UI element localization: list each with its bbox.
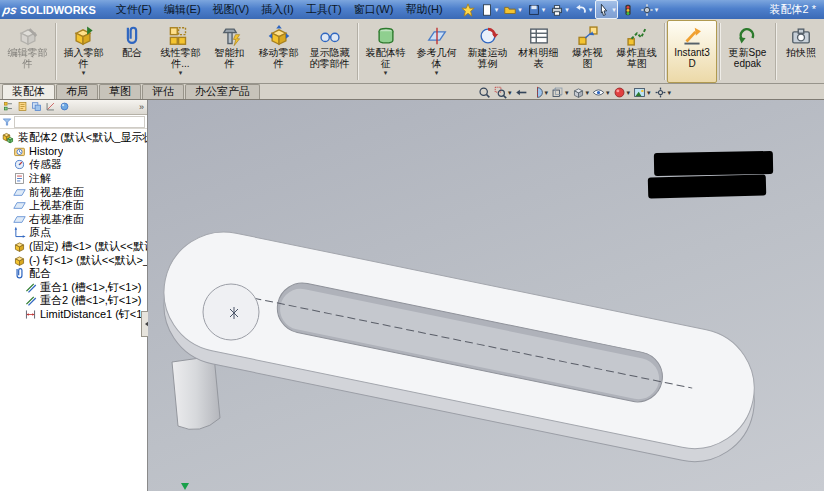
previous-view-button[interactable] <box>515 86 528 99</box>
model-pin-cylinder[interactable] <box>172 356 220 430</box>
graphics-area[interactable] <box>148 100 824 491</box>
dropdown-arrow-icon[interactable]: ▾ <box>179 69 183 76</box>
featuremanager-tab-icon <box>3 101 14 112</box>
dropdown-arrow-icon[interactable]: ▾ <box>384 69 388 76</box>
dropdown-arrow-icon[interactable]: ▾ <box>589 6 593 14</box>
view-settings-icon <box>654 86 667 99</box>
zoom-fit-button[interactable] <box>478 86 491 99</box>
propertymanager-tab[interactable] <box>17 101 28 114</box>
new-document-button[interactable]: ▾ <box>478 0 501 19</box>
tree-item[interactable]: 原点 <box>0 226 147 240</box>
tree-item[interactable]: 装配体2 (默认<默认_显示状态 <box>0 131 147 145</box>
display-style-button[interactable]: ▾ <box>572 86 590 99</box>
view-settings-button[interactable]: ▾ <box>654 86 672 99</box>
ribbon-bill-of-materials-button[interactable]: 材料明细表 <box>513 20 564 83</box>
ribbon-explode-line-sketch-button[interactable]: 爆炸直线草图 <box>611 20 662 83</box>
dropdown-arrow-icon[interactable]: ▾ <box>627 89 631 97</box>
ribbon-take-snapshot-button[interactable]: 拍快照 <box>778 20 824 83</box>
pin-button[interactable] <box>459 0 477 19</box>
dropdown-arrow-icon[interactable]: ▾ <box>82 69 86 76</box>
ribbon-smart-fasteners-button[interactable]: 智能扣件 <box>206 20 253 83</box>
tree-item[interactable]: 传感器 <box>0 158 147 172</box>
tree-item[interactable]: (固定) 槽<1> (默认<<默认 <box>0 240 147 254</box>
undo-button[interactable]: ▾ <box>572 0 595 19</box>
tree-item[interactable]: (-) 钉<1> (默认<<默认>_显 <box>0 253 147 267</box>
model-slotted-link[interactable] <box>153 221 765 459</box>
tree-item[interactable]: History <box>0 145 147 159</box>
dropdown-arrow-icon[interactable]: ▾ <box>508 89 512 97</box>
dropdown-arrow-icon[interactable]: ▾ <box>545 89 549 97</box>
tree-item-label: 配合 <box>29 267 51 281</box>
dropdown-arrow-icon[interactable]: ▾ <box>655 6 659 14</box>
ribbon-instant3d-button[interactable]: Instant3D <box>667 20 717 83</box>
options-button[interactable]: ▾ <box>638 0 661 19</box>
rebuild-button[interactable] <box>619 0 637 19</box>
ribbon-linear-component-pattern-button[interactable]: 线性零部件...▾ <box>155 20 206 83</box>
tab-0[interactable]: 装配体 <box>2 84 55 99</box>
dropdown-arrow-icon[interactable]: ▾ <box>565 89 569 97</box>
document-title: 装配体2 * <box>770 0 816 19</box>
view-orientation-button[interactable]: ▾ <box>551 86 569 99</box>
tree-item[interactable]: 上视基准面 <box>0 199 147 213</box>
ribbon-update-speedpak-button[interactable]: 更新Speedpak <box>722 20 773 83</box>
menu-item-0[interactable]: 文件(F) <box>110 0 158 19</box>
section-view-icon <box>531 86 544 99</box>
tree-item[interactable]: 重合1 (槽<1>,钉<1>) <box>0 281 147 295</box>
dropdown-arrow-icon[interactable]: ▾ <box>565 6 569 14</box>
dropdown-arrow-icon[interactable]: ▾ <box>606 89 610 97</box>
dropdown-arrow-icon[interactable]: ▾ <box>668 89 672 97</box>
menu-item-2[interactable]: 视图(V) <box>207 0 256 19</box>
ribbon-reference-geometry-button[interactable]: 参考几何体▾ <box>411 20 462 83</box>
ribbon-exploded-view-button[interactable]: 爆炸视图 <box>564 20 611 83</box>
dimxpertmanager-tab[interactable] <box>45 101 56 114</box>
print-button[interactable]: ▾ <box>548 0 571 19</box>
dropdown-arrow-icon[interactable]: ▾ <box>435 69 439 76</box>
tree-item[interactable]: 注解 <box>0 172 147 186</box>
select-button[interactable]: ▾ <box>595 0 618 19</box>
tab-2[interactable]: 草图 <box>99 84 141 99</box>
model-pin-top[interactable] <box>203 284 259 340</box>
tab-4[interactable]: 办公室产品 <box>185 84 260 99</box>
dropdown-arrow-icon[interactable]: ▾ <box>518 6 522 14</box>
ribbon-take-snapshot-label: 拍快照 <box>786 47 816 58</box>
tab-3[interactable]: 评估 <box>142 84 184 99</box>
tree-item[interactable]: 配合 <box>0 267 147 281</box>
dropdown-arrow-icon[interactable]: ▾ <box>647 89 651 97</box>
menu-item-1[interactable]: 编辑(E) <box>158 0 207 19</box>
tab-1[interactable]: 布局 <box>56 84 98 99</box>
ribbon-show-hidden-components-button[interactable]: 显示隐藏的零部件 <box>304 20 355 83</box>
tree-item[interactable]: 重合2 (槽<1>,钉<1>) <box>0 294 147 308</box>
menu-item-5[interactable]: 窗口(W) <box>348 0 400 19</box>
configurationmanager-tab[interactable] <box>31 101 42 114</box>
save-button[interactable]: ▾ <box>525 0 548 19</box>
section-view-button[interactable]: ▾ <box>531 86 549 99</box>
dropdown-arrow-icon[interactable]: ▾ <box>612 6 616 14</box>
ribbon-explode-line-sketch-label: 爆炸直线草图 <box>615 47 658 69</box>
featuremanager-tab[interactable] <box>3 101 14 114</box>
tree-item[interactable]: LimitDistance1 (钉<1> <box>0 308 147 322</box>
ribbon-mate-button[interactable]: 配合 <box>109 20 155 83</box>
edit-appearance-button[interactable]: ▾ <box>613 86 631 99</box>
manager-tabs-overflow[interactable]: » <box>139 102 144 112</box>
apply-scene-button[interactable]: ▾ <box>633 86 651 99</box>
dropdown-arrow-icon[interactable]: ▾ <box>542 6 546 14</box>
filter-funnel-icon[interactable] <box>2 117 12 127</box>
open-icon <box>503 3 517 17</box>
ribbon-new-motion-study-button[interactable]: 新建运动算例 <box>462 20 513 83</box>
dropdown-arrow-icon[interactable]: ▾ <box>495 6 499 14</box>
open-button[interactable]: ▾ <box>501 0 524 19</box>
ribbon-move-component-button[interactable]: 移动零部件 <box>253 20 304 83</box>
menu-item-4[interactable]: 工具(T) <box>300 0 348 19</box>
menu-item-3[interactable]: 插入(I) <box>255 0 299 19</box>
tree-filter-input[interactable] <box>14 116 145 128</box>
ribbon-assembly-features-button[interactable]: 装配体特征▾ <box>360 20 411 83</box>
feature-manager-panel: » 装配体2 (默认<默认_显示状态History传感器注解前视基准面上视基准面… <box>0 100 148 491</box>
tree-item[interactable]: 前视基准面 <box>0 185 147 199</box>
ribbon-insert-components-button[interactable]: 插入零部件▾ <box>58 20 109 83</box>
displaymanager-tab[interactable] <box>59 101 70 114</box>
zoom-area-button[interactable]: ▾ <box>494 86 512 99</box>
menu-item-6[interactable]: 帮助(H) <box>399 0 448 19</box>
hide-show-items-button[interactable]: ▾ <box>592 86 610 99</box>
dropdown-arrow-icon[interactable]: ▾ <box>586 89 590 97</box>
tree-item[interactable]: 右视基准面 <box>0 213 147 227</box>
